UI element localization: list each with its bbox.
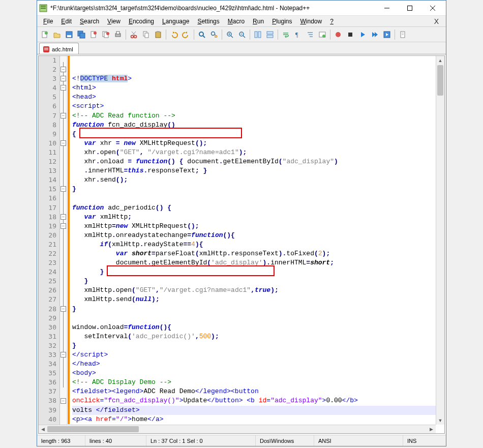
fold-toggle-icon[interactable]: − bbox=[61, 398, 66, 404]
menu-window[interactable]: Window bbox=[296, 17, 326, 26]
fold-toggle-icon[interactable]: − bbox=[61, 214, 66, 220]
code-line[interactable]: } bbox=[72, 341, 442, 350]
fold-toggle-icon[interactable]: − bbox=[61, 306, 66, 312]
code-line[interactable]: <head> bbox=[72, 93, 442, 102]
menu-language[interactable]: Language bbox=[158, 17, 193, 26]
fold-toggle-icon[interactable]: − bbox=[61, 85, 66, 91]
fold-toggle-icon[interactable]: − bbox=[61, 67, 66, 72]
save-icon[interactable] bbox=[64, 29, 75, 40]
open-icon[interactable] bbox=[51, 29, 63, 40]
titlebar[interactable]: *F:\trunk\targets\stm32f4_target\stm32f4… bbox=[37, 1, 446, 16]
code-line[interactable]: var xhr = new XMLHttpRequest(); bbox=[72, 139, 442, 148]
close-button[interactable] bbox=[421, 1, 444, 15]
code-line[interactable]: <fieldset><legend>ADC Read Demo</legend>… bbox=[72, 387, 442, 396]
code-line[interactable]: var xmlHttp; bbox=[72, 213, 442, 222]
wordwrap-icon[interactable] bbox=[280, 29, 291, 40]
scroll-left-icon[interactable]: ◀ bbox=[39, 425, 47, 433]
fold-toggle-icon[interactable]: − bbox=[61, 352, 66, 357]
vertical-scrollbar[interactable]: ▲ ▼ bbox=[436, 56, 444, 425]
code-line[interactable]: if(xmlHttp.readyState==4){ bbox=[72, 240, 442, 249]
maximize-button[interactable] bbox=[398, 1, 421, 15]
menu-plugins[interactable]: Plugins bbox=[268, 17, 296, 26]
scroll-thumb-v[interactable] bbox=[437, 65, 443, 96]
code-line[interactable]: <p><a href="/">home</a> bbox=[72, 415, 442, 424]
code-line[interactable]: </head> bbox=[72, 360, 442, 369]
save-macro-icon[interactable] bbox=[381, 29, 393, 40]
code-line[interactable]: function adc_periodic() { bbox=[72, 203, 442, 213]
sync-v-icon[interactable] bbox=[252, 29, 263, 40]
code-line[interactable]: } bbox=[72, 267, 442, 277]
code-line[interactable]: xhr.onload = function() { document.getEl… bbox=[72, 157, 442, 166]
menu-?[interactable]: ? bbox=[326, 17, 338, 26]
paste-icon[interactable] bbox=[153, 29, 164, 40]
fold-toggle-icon[interactable]: − bbox=[61, 223, 66, 229]
record-icon[interactable] bbox=[333, 29, 344, 40]
indent-guide-icon[interactable] bbox=[305, 29, 316, 40]
menu-macro[interactable]: Macro bbox=[224, 17, 249, 26]
sync-h-icon[interactable] bbox=[264, 29, 276, 40]
code-line[interactable]: volts </fieldset> bbox=[72, 406, 442, 415]
code-line[interactable]: <!DOCTYPE html> bbox=[72, 74, 442, 83]
code-line[interactable]: </script> bbox=[72, 350, 442, 360]
code-line[interactable]: var short=parseFloat(xmlHttp.responseTex… bbox=[72, 249, 442, 258]
redo-icon[interactable] bbox=[180, 29, 192, 40]
code-area[interactable]: <!DOCTYPE html><html><head><script><!-- … bbox=[70, 56, 444, 433]
horizontal-scrollbar[interactable]: ◀ ▶ bbox=[39, 425, 436, 433]
code-line[interactable]: <!-- ADC Read function --> bbox=[72, 111, 442, 121]
code-line[interactable]: <body> bbox=[72, 369, 442, 378]
fold-toggle-icon[interactable]: − bbox=[61, 113, 66, 118]
fold-toggle-icon[interactable]: − bbox=[61, 140, 66, 146]
code-line[interactable]: } bbox=[72, 305, 442, 314]
copy-icon[interactable] bbox=[140, 29, 152, 40]
menu-edit[interactable]: Edit bbox=[57, 17, 76, 26]
code-line[interactable]: setInterval('adc_periodic()',500); bbox=[72, 332, 442, 341]
code-line[interactable]: <html> bbox=[72, 83, 442, 93]
menu-search[interactable]: Search bbox=[76, 17, 103, 26]
file-tab[interactable]: adc.html bbox=[39, 43, 79, 54]
all-chars-icon[interactable]: ¶ bbox=[292, 29, 304, 40]
scroll-thumb-h[interactable] bbox=[47, 426, 139, 432]
menu-encoding[interactable]: Encoding bbox=[125, 17, 158, 26]
code-line[interactable]: .innerHTML=this.responseText; } bbox=[72, 166, 442, 175]
code-line[interactable] bbox=[72, 194, 442, 203]
zoom-out-icon[interactable] bbox=[236, 29, 248, 40]
code-line[interactable]: xmlHttp=new XMLHttpRequest(); bbox=[72, 222, 442, 231]
menu-run[interactable]: Run bbox=[249, 17, 268, 26]
play-multi-icon[interactable] bbox=[369, 29, 380, 40]
replace-icon[interactable]: b bbox=[208, 29, 220, 40]
code-line[interactable]: document.getElementById('adc_display').i… bbox=[72, 258, 442, 267]
cut-icon[interactable] bbox=[128, 29, 139, 40]
scroll-down-icon[interactable]: ▼ bbox=[436, 416, 444, 425]
code-line[interactable]: xhr.open("GET", "/varget.cgi?name=adc1")… bbox=[72, 148, 442, 157]
menu-view[interactable]: View bbox=[103, 17, 125, 26]
menu-file[interactable]: File bbox=[39, 17, 57, 26]
close-icon[interactable] bbox=[88, 29, 99, 40]
code-line[interactable]: xmlHttp.onreadystatechange=function(){ bbox=[72, 231, 442, 240]
scroll-up-icon[interactable]: ▲ bbox=[436, 56, 444, 65]
menu-settings[interactable]: Settings bbox=[193, 17, 223, 26]
code-line[interactable] bbox=[72, 314, 442, 323]
close-all-icon[interactable] bbox=[100, 29, 111, 40]
fold-toggle-icon[interactable]: − bbox=[61, 186, 66, 192]
fold-margin[interactable]: −−−−−−−−−−− bbox=[60, 56, 67, 433]
code-line[interactable]: onclick="fcn_adc_display()">Update</butt… bbox=[72, 396, 442, 405]
code-line[interactable]: <script> bbox=[72, 102, 442, 111]
code-line[interactable]: <!-- ADC Display Demo --> bbox=[72, 378, 442, 387]
code-line[interactable]: xmlHttp.send(null); bbox=[72, 295, 442, 304]
doc-map-icon[interactable] bbox=[397, 29, 408, 40]
print-icon[interactable] bbox=[112, 29, 124, 40]
find-icon[interactable] bbox=[196, 29, 207, 40]
zoom-in-icon[interactable] bbox=[224, 29, 235, 40]
lang-icon[interactable] bbox=[317, 29, 328, 40]
code-line[interactable]: window.onload=function(){ bbox=[72, 323, 442, 332]
fold-toggle-icon[interactable]: − bbox=[61, 76, 66, 81]
save-all-icon[interactable] bbox=[76, 29, 87, 40]
minimize-button[interactable] bbox=[375, 1, 398, 15]
scroll-right-icon[interactable]: ▶ bbox=[427, 425, 436, 433]
editor-area[interactable]: 1234567891011121314151617181920212223242… bbox=[38, 55, 445, 434]
line-number-gutter[interactable]: 1234567891011121314151617181920212223242… bbox=[39, 56, 60, 433]
undo-icon[interactable] bbox=[168, 29, 179, 40]
code-line[interactable]: { bbox=[72, 130, 442, 139]
code-line[interactable]: function fcn_adc_display() bbox=[72, 121, 442, 130]
code-line[interactable]: } bbox=[72, 277, 442, 286]
